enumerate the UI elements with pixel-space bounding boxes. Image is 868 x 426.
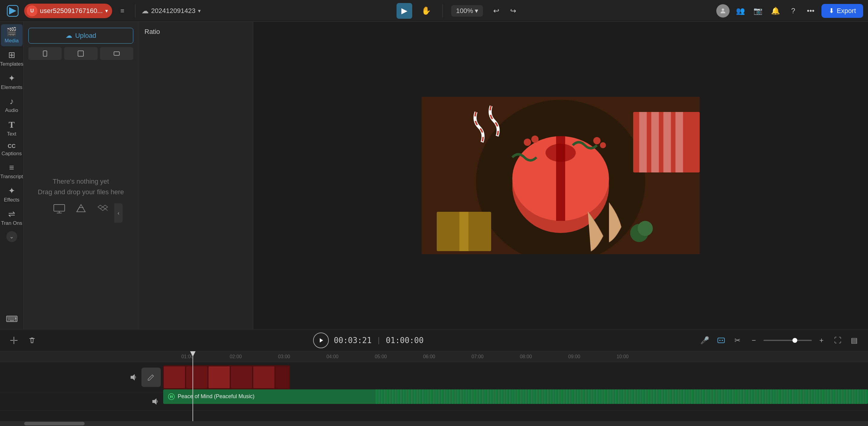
audio-waveform [375,389,868,404]
bell-button[interactable]: 🔔 [769,4,782,18]
sidebar-item-transitions[interactable]: ⇌ Tran Ons [1,207,23,229]
cut-button[interactable]: ✂ [731,334,744,347]
ruler-mark: 03:00 [260,354,308,360]
zoom-control[interactable]: 100% ▾ [451,5,483,17]
delete-button[interactable] [25,334,39,347]
svg-point-30 [719,340,720,341]
zoom-slider-thumb[interactable] [793,338,797,343]
video-preview [422,97,700,254]
current-time: 00:03:21 [334,336,371,345]
sidebar-label-text: Text [7,131,16,137]
media-panel-header: ☁ Upload [24,22,138,63]
timeline-area: 00:03:21 | 01:00:00 🎤 ✂ − + ⛶ ▤ [0,329,868,426]
zoom-value: 100% [456,7,473,15]
list-icon[interactable]: ≡ [116,4,129,18]
auto-caption-button[interactable] [714,334,728,347]
project-menu[interactable]: ☁ 202412091423 ▾ [142,7,201,15]
video-track-content [163,365,868,389]
microphone-button[interactable]: 🎤 [698,334,711,347]
upload-button[interactable]: ☁ Upload [28,28,133,44]
undo-button[interactable]: ↩ [489,4,503,18]
timeline-right-controls: 🎤 ✂ − + ⛶ ▤ [698,334,861,347]
video-track-row [0,362,868,392]
audio-track-controls [0,396,163,407]
square-ratio-button[interactable] [64,47,97,60]
audio-track-content: Peace of Mind (Peaceful Music) [163,389,868,414]
captions-icon: CC [8,143,16,149]
zoom-in-button[interactable]: + [815,334,828,347]
sidebar-label-media: Media [4,38,19,44]
media-sources [51,201,111,217]
svg-rect-4 [114,52,119,55]
help-button[interactable]: ? [786,4,800,18]
pointer-tool-button[interactable]: ▶ [397,3,412,19]
sidebar-label-elements: Elements [1,84,22,90]
divider [135,4,135,18]
redo-button[interactable]: ↪ [506,4,521,18]
fullscreen-button[interactable]: ⛶ [831,334,844,347]
sidebar-label-templates: Templates [0,61,23,67]
media-icon: 🎬 [6,27,17,37]
current-user-avatar [716,4,730,18]
svg-point-46 [168,394,175,400]
sidebar-item-text[interactable]: T Text [1,117,23,140]
audio-track-row: Peace of Mind (Peaceful Music) [0,392,868,410]
add-user-button[interactable]: 👥 [734,4,747,18]
more-button[interactable]: ••• [804,4,817,18]
media-panel-empty-state: There's nothing yet Drag and drop your f… [24,63,138,329]
panel-collapse-button[interactable]: ‹ [114,203,123,223]
video-clip[interactable] [163,365,290,389]
audio-volume-button[interactable] [150,396,161,407]
camera-button[interactable]: 📷 [751,4,765,18]
preview-area [253,22,868,329]
sidebar-item-effects[interactable]: ✦ Effects [1,183,23,205]
video-edit-button[interactable] [142,368,161,387]
portrait-ratio-button[interactable] [28,47,62,60]
user-menu[interactable]: U user525091767160... ▾ [24,4,112,18]
svg-rect-13 [639,112,647,172]
ratio-panel-title: Ratio [145,28,160,36]
svg-point-17 [524,139,531,146]
ruler-mark: 01:00 [163,354,212,360]
zoom-slider[interactable] [764,340,812,341]
export-button[interactable]: ⬇ Export [822,4,863,18]
svg-rect-22 [459,212,468,251]
hand-tool-button[interactable]: ✋ [418,3,434,19]
audio-clip[interactable]: Peace of Mind (Peaceful Music) [163,389,868,404]
sidebar-item-transcript[interactable]: ≡ Transcript [1,160,23,182]
svg-rect-40 [231,366,252,388]
timeline-scroll-thumb[interactable] [24,422,85,425]
sidebar-item-templates[interactable]: ⊞ Templates [1,48,23,69]
computer-source-button[interactable] [51,201,67,217]
app-logo [5,3,21,19]
export-label: Export [837,7,856,15]
svg-rect-2 [43,51,47,56]
elements-icon: ✦ [8,73,15,83]
dropbox-source-button[interactable] [95,201,111,217]
sidebar-label-audio: Audio [5,107,18,113]
templates-icon: ⊞ [8,50,15,60]
video-track-controls [0,368,163,387]
split-button[interactable] [7,334,21,347]
sidebar-item-captions[interactable]: CC Captions [1,141,23,159]
sidebar-item-media[interactable]: 🎬 Media [1,24,23,46]
main-content: 🎬 Media ⊞ Templates ✦ Elements ♪ Audio T… [0,22,868,329]
keyboard-shortcuts-button[interactable]: ⌨ [4,311,20,327]
play-button[interactable] [313,333,329,348]
zoom-out-button[interactable]: − [747,334,761,347]
svg-point-18 [531,136,538,143]
ruler-mark: 02:00 [212,354,260,360]
sidebar-item-elements[interactable]: ✦ Elements [1,71,23,93]
sidebar-item-audio[interactable]: ♪ Audio [1,94,23,116]
empty-text: There's nothing yet Drag and drop your f… [38,176,124,197]
svg-point-20 [600,142,606,148]
sidebar-collapse-button[interactable]: ⌄ [6,231,17,242]
google-drive-source-button[interactable] [73,201,89,217]
landscape-ratio-button[interactable] [100,47,133,60]
sidebar-label-transcript: Transcript [0,174,23,180]
layout-button[interactable]: ▤ [847,334,861,347]
video-volume-button[interactable] [128,372,139,383]
svg-marker-32 [131,375,134,380]
svg-point-31 [722,340,723,341]
timeline-scrollbar[interactable] [0,421,868,426]
